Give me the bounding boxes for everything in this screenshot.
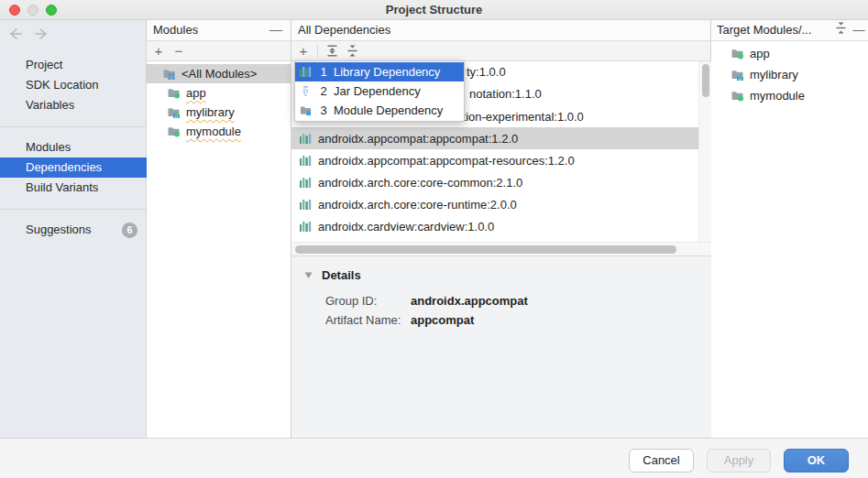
sidebar: Project SDK Location Variables Modules D…	[0, 20, 147, 438]
module-label: app	[186, 86, 206, 100]
dependency-label: notation:1.1.0	[469, 83, 542, 105]
project-structure-dialog: Project Structure Project SDK Location V…	[0, 0, 868, 478]
dependency-row[interactable]: androidx.cardview:cardview:1.0.0	[291, 215, 698, 237]
dependency-label: androidx.arch.core:core-runtime:2.0.0	[318, 198, 517, 212]
window-title: Project Structure	[0, 3, 868, 16]
dependency-label: androidx.appcompat:appcompat:1.2.0	[318, 132, 518, 146]
module-folder-icon	[731, 90, 745, 102]
menu-item-module-dependency[interactable]: 3 Module Dependency	[295, 101, 464, 120]
cancel-button[interactable]: Cancel	[629, 449, 694, 473]
group-id-label: Group ID:	[325, 294, 411, 308]
target-module-row-mylibrary[interactable]: mylibrary	[711, 65, 868, 84]
toolbar-divider	[317, 45, 318, 58]
remove-module-button[interactable]: −	[169, 42, 189, 60]
collapse-all-icon[interactable]	[831, 20, 850, 40]
module-folder-icon	[300, 104, 313, 116]
dialog-footer: Cancel Apply OK	[0, 438, 868, 478]
sidebar-item-variables[interactable]: Variables	[0, 95, 147, 115]
dependency-label: androidx.arch.core:core-common:2.1.0	[318, 176, 522, 190]
horizontal-scrollbar[interactable]	[291, 242, 711, 255]
library-icon	[300, 66, 313, 78]
add-dependency-button[interactable]: +	[293, 42, 313, 60]
dependency-row[interactable]: androidx.arch.core:core-runtime:2.0.0	[291, 193, 698, 215]
library-folder-icon	[167, 106, 181, 118]
artifact-name-row: Artifact Name: appcompat	[325, 313, 474, 327]
target-panel-header: Target Modules/... —	[711, 20, 868, 41]
title-bar: Project Structure	[0, 0, 868, 20]
module-folder-icon	[731, 48, 745, 60]
dependency-label: androidx.cardview:cardview:1.0.0	[318, 220, 494, 234]
modules-panel: Modules — + − <All Modules> app mylibrar…	[147, 20, 291, 438]
sidebar-item-project[interactable]: Project	[0, 55, 147, 75]
target-module-label: mymodule	[750, 89, 805, 103]
modules-toolbar: + −	[147, 41, 291, 61]
module-row-app[interactable]: app	[147, 83, 291, 103]
menu-item-jar-dependency[interactable]: 2 Jar Dependency	[295, 81, 464, 101]
dependencies-toolbar: +	[291, 41, 710, 61]
library-icon	[300, 155, 313, 167]
menu-item-number: 3	[317, 103, 330, 117]
collapse-all-icon[interactable]	[342, 42, 362, 60]
hide-panel-icon[interactable]: —	[267, 20, 285, 40]
module-folder-icon	[167, 125, 181, 137]
menu-item-label: Module Dependency	[334, 103, 443, 117]
dependency-row[interactable]: androidx.appcompat:appcompat-resources:1…	[291, 149, 698, 171]
apply-button: Apply	[707, 449, 771, 473]
module-label: mymodule	[186, 125, 241, 138]
sidebar-divider	[0, 209, 147, 210]
all-modules-folder-icon	[162, 68, 177, 80]
sidebar-item-sdk-location[interactable]: SDK Location	[0, 75, 147, 95]
details-title: Details	[322, 268, 361, 282]
target-modules-panel: Target Modules/... — app mylibrary mymod…	[711, 20, 868, 438]
back-arrow-icon[interactable]	[7, 27, 22, 40]
suggestions-count-badge: 6	[122, 223, 137, 238]
dependency-label: ty:1.0.0	[467, 61, 506, 83]
module-folder-icon	[167, 87, 181, 99]
sidebar-item-modules[interactable]: Modules	[0, 137, 147, 158]
target-module-label: app	[750, 47, 770, 60]
forward-arrow-icon[interactable]	[35, 27, 49, 40]
sidebar-item-dependencies[interactable]: Dependencies	[0, 158, 147, 178]
menu-item-number: 1	[317, 65, 330, 79]
jar-icon	[300, 85, 313, 97]
dependency-label: androidx.appcompat:appcompat-resources:1…	[318, 154, 575, 168]
add-dependency-menu: 1 Library Dependency 2 Jar Dependency 3 …	[294, 60, 465, 122]
menu-item-number: 2	[317, 84, 330, 98]
artifact-name-value: appcompat	[411, 313, 474, 327]
vertical-scrollbar[interactable]	[698, 61, 711, 242]
module-label: <All Modules>	[181, 67, 257, 81]
library-icon	[300, 177, 313, 189]
artifact-name-label: Artifact Name:	[325, 313, 411, 327]
add-module-button[interactable]: +	[148, 42, 169, 60]
target-module-label: mylibrary	[750, 68, 798, 81]
dependency-row-selected[interactable]: androidx.appcompat:appcompat:1.2.0	[291, 127, 698, 149]
modules-panel-header: Modules —	[147, 20, 291, 41]
details-section: Details Group ID: androidx.appcompat Art…	[291, 255, 711, 438]
group-id-value: androidx.appcompat	[411, 294, 528, 308]
library-folder-icon	[731, 69, 745, 81]
dependency-row[interactable]: androidx.arch.core:core-common:2.1.0	[291, 171, 698, 193]
sidebar-item-build-variants[interactable]: Build Variants	[0, 178, 147, 198]
vertical-scrollbar-thumb[interactable]	[702, 64, 709, 97]
module-row-mymodule[interactable]: mymodule	[147, 122, 291, 141]
library-icon	[300, 199, 313, 211]
menu-item-label: Library Dependency	[334, 65, 440, 79]
menu-item-label: Jar Dependency	[334, 84, 421, 98]
collapse-details-icon[interactable]	[304, 268, 313, 282]
sidebar-divider	[0, 126, 147, 127]
horizontal-scrollbar-thumb[interactable]	[295, 245, 676, 254]
expand-all-icon[interactable]	[322, 42, 342, 60]
suggestions-label: Suggestions	[26, 223, 92, 236]
modules-panel-title: Modules	[153, 23, 198, 37]
target-module-row-mymodule[interactable]: mymodule	[711, 86, 868, 105]
library-icon	[300, 133, 313, 145]
hide-panel-icon[interactable]: —	[850, 20, 868, 40]
target-module-row-app[interactable]: app	[711, 44, 868, 63]
ok-button[interactable]: OK	[784, 449, 849, 473]
module-row-mylibrary[interactable]: mylibrary	[147, 103, 291, 122]
dependencies-panel-header: All Dependencies	[291, 20, 710, 41]
target-panel-title: Target Modules/...	[717, 20, 831, 40]
menu-item-library-dependency[interactable]: 1 Library Dependency	[295, 62, 464, 81]
sidebar-item-suggestions[interactable]: Suggestions 6	[0, 220, 147, 240]
module-row-all-modules[interactable]: <All Modules>	[147, 64, 291, 83]
